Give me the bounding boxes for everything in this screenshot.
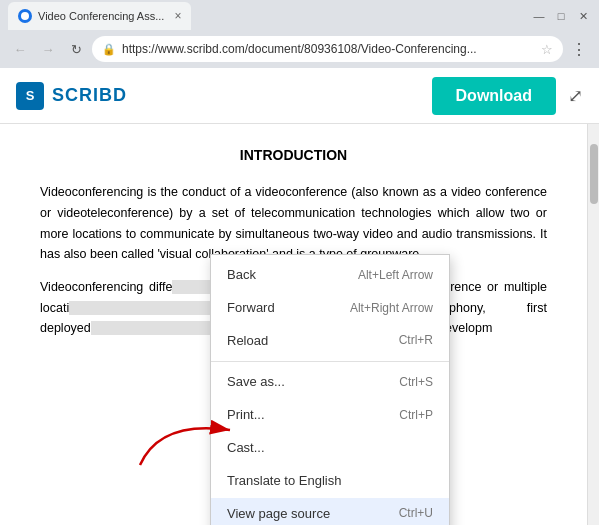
url-text: https://www.scribd.com/document/80936108…	[122, 42, 535, 56]
close-button[interactable]: ✕	[575, 8, 591, 24]
view-source-label: View page source	[227, 504, 330, 525]
cast-label: Cast...	[227, 438, 265, 459]
save-shortcut: Ctrl+S	[399, 373, 433, 392]
tab-title: Video Conferencing Ass...	[38, 10, 164, 22]
minimize-button[interactable]: —	[531, 8, 547, 24]
svg-point-0	[21, 12, 29, 20]
context-menu-view-source[interactable]: View page source Ctrl+U	[211, 498, 449, 525]
back-label: Back	[227, 265, 256, 286]
context-menu-reload[interactable]: Reload Ctrl+R	[211, 325, 449, 358]
forward-shortcut: Alt+Right Arrow	[350, 299, 433, 318]
browser-tab[interactable]: Video Conferencing Ass... ×	[8, 2, 191, 30]
title-bar: Video Conferencing Ass... × — □ ✕	[0, 0, 599, 32]
forward-label: Forward	[227, 298, 275, 319]
save-label: Save as...	[227, 372, 285, 393]
tab-favicon	[18, 9, 32, 23]
context-menu-translate[interactable]: Translate to English	[211, 465, 449, 498]
context-menu-back[interactable]: Back Alt+Left Arrow	[211, 259, 449, 292]
tab-close-button[interactable]: ×	[174, 9, 181, 23]
content-area: INTRODUCTION Videoconferencing is the co…	[0, 124, 599, 525]
scribd-logo: S SCRIBD	[16, 82, 127, 110]
fullscreen-button[interactable]: ⤢	[568, 85, 583, 107]
url-bar[interactable]: 🔒 https://www.scribd.com/document/809361…	[92, 36, 563, 62]
browser-menu-button[interactable]: ⋮	[567, 38, 591, 61]
context-menu-print[interactable]: Print... Ctrl+P	[211, 399, 449, 432]
page-content: INTRODUCTION Videoconferencing is the co…	[0, 124, 587, 525]
download-button[interactable]: Download	[432, 77, 556, 115]
reload-shortcut: Ctrl+R	[399, 331, 433, 350]
context-menu-cast[interactable]: Cast...	[211, 432, 449, 465]
bookmark-icon[interactable]: ☆	[541, 42, 553, 57]
scribd-logo-icon: S	[16, 82, 44, 110]
scribd-logo-text: SCRIBD	[52, 85, 127, 106]
scribd-header: S SCRIBD Download ⤢	[0, 68, 599, 124]
menu-divider-1	[211, 361, 449, 362]
scrollbar-thumb[interactable]	[590, 144, 598, 204]
back-shortcut: Alt+Left Arrow	[358, 266, 433, 285]
translate-label: Translate to English	[227, 471, 341, 492]
maximize-button[interactable]: □	[553, 8, 569, 24]
paragraph-1: Videoconferencing is the conduct of a vi…	[40, 182, 547, 265]
scrollbar[interactable]	[587, 124, 599, 525]
context-menu-save[interactable]: Save as... Ctrl+S	[211, 366, 449, 399]
print-shortcut: Ctrl+P	[399, 406, 433, 425]
context-menu: Back Alt+Left Arrow Forward Alt+Right Ar…	[210, 254, 450, 525]
print-label: Print...	[227, 405, 265, 426]
secure-icon: 🔒	[102, 43, 116, 56]
view-source-shortcut: Ctrl+U	[399, 504, 433, 523]
reload-label: Reload	[227, 331, 268, 352]
context-menu-forward[interactable]: Forward Alt+Right Arrow	[211, 292, 449, 325]
address-bar: ← → ↻ 🔒 https://www.scribd.com/document/…	[0, 32, 599, 68]
forward-button[interactable]: →	[36, 37, 60, 61]
back-button[interactable]: ←	[8, 37, 32, 61]
tab-area: Video Conferencing Ass... ×	[8, 2, 531, 30]
document-title: INTRODUCTION	[40, 144, 547, 166]
window-controls: — □ ✕	[531, 8, 591, 24]
reload-button[interactable]: ↻	[64, 37, 88, 61]
